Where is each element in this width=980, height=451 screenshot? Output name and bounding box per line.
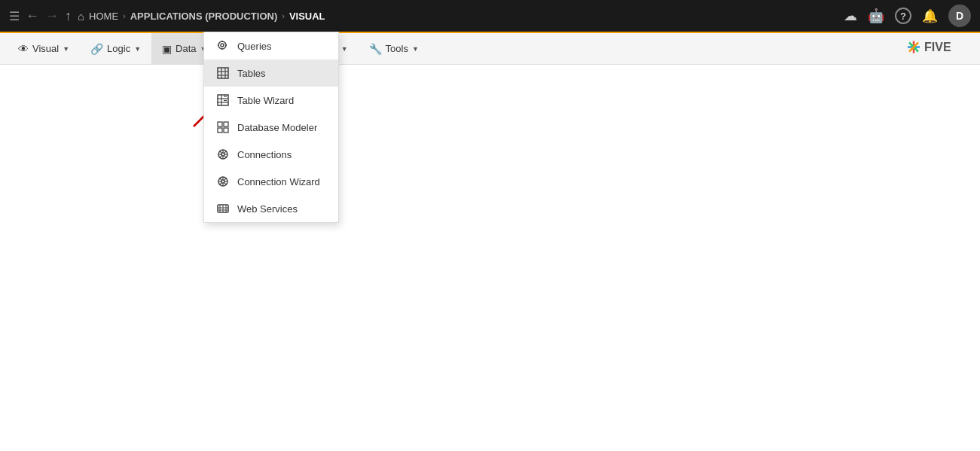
svg-rect-22 — [218, 122, 222, 126]
logic-label: Logic — [107, 43, 130, 54]
current-label: VISUAL — [289, 11, 325, 22]
svg-rect-23 — [224, 122, 228, 126]
nav-item-tools[interactable]: 🔧 Tools ▼ — [359, 33, 429, 64]
secondary-nav: 👁 Visual ▼ 🔗 Logic ▼ ▣ Data ▼ ☰ Tasks ▼ … — [0, 33, 980, 65]
svg-line-32 — [220, 151, 222, 154]
queries-label: Queries — [237, 41, 272, 52]
dropdown-item-connections[interactable]: Connections — [204, 141, 338, 168]
tools-caret: ▼ — [412, 45, 419, 53]
top-bar-right: ☁ 🤖 ? 🔔 D — [844, 5, 971, 27]
top-bar: ☰ ← → ↑ ⌂ HOME › APPLICATIONS (PRODUCTIO… — [0, 0, 980, 33]
svg-line-44 — [224, 178, 227, 181]
up-icon[interactable]: ↑ — [65, 8, 72, 24]
logic-caret: ▼ — [134, 45, 141, 53]
back-icon[interactable]: ← — [26, 8, 39, 24]
visual-label: Visual — [32, 43, 59, 54]
svg-line-45 — [220, 183, 222, 185]
dropdown-item-connection-wizard[interactable]: Connection Wizard — [204, 168, 338, 195]
connections-label: Connections — [237, 149, 292, 160]
data-icon: ▣ — [162, 43, 172, 55]
svg-point-37 — [221, 180, 224, 183]
svg-point-27 — [221, 153, 224, 156]
home-label[interactable]: HOME — [89, 11, 118, 22]
breadcrumb-sep2: › — [282, 11, 285, 20]
breadcrumb: ⌂ HOME › APPLICATIONS (PRODUCTION) › VIS… — [78, 10, 325, 23]
bell-icon[interactable]: 🔔 — [922, 8, 938, 24]
queries-icon — [216, 39, 230, 53]
home-icon: ⌂ — [78, 10, 84, 23]
nav-item-logic[interactable]: 🔗 Logic ▼ — [80, 33, 151, 64]
dropdown-item-queries[interactable]: Queries — [204, 32, 338, 59]
dropdown-item-web-services[interactable]: Web Services — [204, 195, 338, 222]
svg-rect-25 — [224, 128, 228, 133]
svg-point-6 — [221, 44, 224, 47]
avatar[interactable]: D — [948, 5, 971, 27]
help-icon[interactable]: ? — [895, 8, 911, 24]
svg-line-42 — [220, 178, 222, 181]
svg-rect-11 — [218, 68, 228, 78]
hamburger-icon[interactable]: ☰ — [9, 9, 20, 23]
svg-line-33 — [224, 156, 227, 158]
visual-icon: 👁 — [18, 43, 29, 55]
svg-line-35 — [220, 156, 222, 158]
web-services-icon — [216, 202, 230, 215]
connections-icon — [216, 148, 230, 161]
svg-point-5 — [218, 41, 226, 49]
visual-caret: ▼ — [63, 45, 69, 53]
tools-icon: 🔧 — [369, 43, 382, 55]
dropdown-item-tables[interactable]: Tables — [204, 59, 338, 87]
logic-icon: 🔗 — [90, 43, 103, 55]
dropdown-menu: Queries Tables Table Wiza — [203, 32, 339, 223]
main-content — [0, 65, 980, 451]
robot-icon[interactable]: 🤖 — [868, 8, 884, 24]
five-logo: FIVE — [908, 36, 968, 61]
connection-wizard-label: Connection Wizard — [237, 176, 320, 187]
svg-text:FIVE: FIVE — [924, 40, 951, 53]
dropdown-item-database-modeler[interactable]: Database Modeler — [204, 114, 338, 141]
app-label[interactable]: APPLICATIONS (PRODUCTION) — [130, 11, 277, 22]
web-services-label: Web Services — [237, 203, 298, 215]
nav-item-visual[interactable]: 👁 Visual ▼ — [8, 33, 80, 64]
forward-icon[interactable]: → — [45, 8, 59, 24]
connection-wizard-icon — [216, 175, 230, 188]
database-modeler-icon — [216, 120, 230, 134]
setup-caret: ▼ — [341, 45, 348, 53]
database-modeler-label: Database Modeler — [237, 122, 317, 133]
tables-icon — [216, 66, 230, 80]
top-bar-left: ☰ ← → ↑ ⌂ HOME › APPLICATIONS (PRODUCTIO… — [9, 8, 844, 24]
tools-label: Tools — [386, 43, 408, 54]
svg-rect-24 — [218, 128, 222, 133]
table-wizard-label: Table Wizard — [237, 95, 294, 106]
tables-label: Tables — [237, 68, 266, 79]
data-label: Data — [176, 43, 196, 54]
svg-line-43 — [224, 183, 227, 185]
breadcrumb-sep1: › — [123, 11, 126, 20]
dropdown-item-table-wizard[interactable]: Table Wizard — [204, 87, 338, 114]
table-wizard-icon — [216, 93, 230, 107]
cloud-icon[interactable]: ☁ — [844, 8, 857, 24]
svg-line-34 — [224, 151, 227, 154]
